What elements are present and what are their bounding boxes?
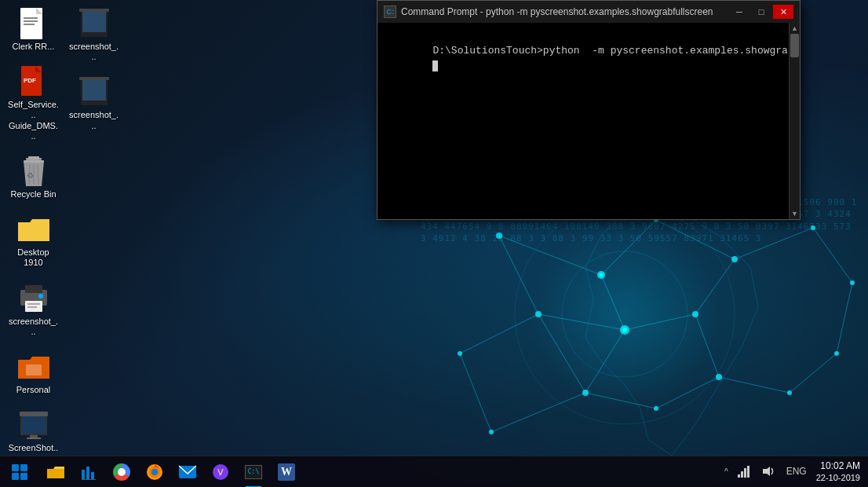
mail-icon xyxy=(179,463,196,481)
clock-date: 22-10-2019 xyxy=(816,472,860,483)
cmd-title-text: Command Prompt - python -m pyscreenshot.… xyxy=(401,6,713,17)
svg-rect-88 xyxy=(741,471,743,478)
scroll-thumb[interactable] xyxy=(790,34,799,57)
tray-expand[interactable]: ^ xyxy=(723,466,730,478)
taskbar-items: V C:\ W xyxy=(39,456,715,488)
taskbar-mail[interactable] xyxy=(171,456,204,488)
svg-rect-44 xyxy=(24,17,38,19)
svg-point-61 xyxy=(38,294,43,298)
cmd-title-left: C: Command Prompt - python -m pyscreensh… xyxy=(384,5,713,18)
cmd-scrollbar[interactable]: ▲ ▼ xyxy=(789,23,800,219)
taskbar-firefox[interactable] xyxy=(138,456,171,488)
svg-rect-89 xyxy=(744,468,746,478)
icon-screenshot3-label: screenshot_... xyxy=(8,317,59,337)
scroll-up-arrow[interactable]: ▲ xyxy=(790,23,801,34)
barchart-icon xyxy=(80,463,97,481)
word-icon: W xyxy=(278,463,295,481)
network-icon[interactable] xyxy=(736,463,753,480)
icon-screenshot-col2-1[interactable]: screenshot_... xyxy=(64,4,123,66)
svg-rect-75 xyxy=(82,80,106,101)
icon-recycle-bin-label: Recycle Bin xyxy=(10,189,56,200)
icon-screenshot-col2-2[interactable]: screenshot_... xyxy=(64,72,123,134)
svg-rect-72 xyxy=(82,12,106,32)
svg-rect-45 xyxy=(24,20,38,22)
firefox-icon xyxy=(146,463,163,481)
language-indicator[interactable]: ENG xyxy=(783,464,810,478)
svg-rect-51 xyxy=(28,156,39,159)
cmd-cursor xyxy=(432,60,438,71)
clock-time: 10:02 AM xyxy=(816,460,860,473)
icon-self-service-label: Self_Service...Guide_DMS... xyxy=(8,100,59,141)
svg-rect-68 xyxy=(20,412,48,416)
win-quad-1 xyxy=(12,464,19,471)
svg-rect-73 xyxy=(79,9,109,12)
icon-personal[interactable]: Personal xyxy=(4,347,63,399)
svg-rect-77 xyxy=(82,470,85,479)
svg-rect-59 xyxy=(25,285,42,293)
volume-icon[interactable] xyxy=(760,463,777,480)
minimize-button[interactable]: ─ xyxy=(729,5,749,19)
icon-desktop-folder[interactable]: Desktop 1910 xyxy=(4,210,63,272)
svg-rect-63 xyxy=(27,306,37,308)
taskbar-purple-app[interactable]: V xyxy=(204,456,237,488)
svg-rect-65 xyxy=(26,364,42,375)
icon-screenshot-col2-2-label: screenshot_... xyxy=(68,110,119,130)
purple-app-icon: V xyxy=(212,463,229,481)
taskbar: V C:\ W ^ xyxy=(0,456,868,487)
window-controls: ─ □ ✕ xyxy=(729,5,793,19)
taskbar-barchart[interactable] xyxy=(72,456,105,488)
icon-recycle-bin[interactable]: ♻ Recycle Bin xyxy=(4,152,63,203)
chrome-icon xyxy=(113,463,130,481)
scroll-down-arrow[interactable]: ▼ xyxy=(790,208,801,219)
close-button[interactable]: ✕ xyxy=(773,5,793,19)
system-tray: ^ ENG 10:02 AM 22 xyxy=(715,460,868,484)
svg-rect-76 xyxy=(79,77,109,80)
chrome-inner xyxy=(118,468,126,476)
desktop-icons-col2: screenshot_... screenshot_... xyxy=(64,4,123,135)
cmd-text: D:\SolutionsTouch>python -m pyscreenshot… xyxy=(384,27,793,89)
svg-marker-91 xyxy=(763,467,770,476)
start-button[interactable] xyxy=(0,456,39,488)
svg-rect-46 xyxy=(24,24,35,25)
svg-text:V: V xyxy=(217,467,224,477)
icon-self-service[interactable]: PDF Self_Service...Guide_DMS... xyxy=(4,62,63,145)
taskbar-word[interactable]: W xyxy=(270,456,303,488)
scroll-track xyxy=(790,34,800,208)
icon-clerk-rr[interactable]: Clerk RR... xyxy=(4,4,63,56)
cmd-taskbar-icon: C:\ xyxy=(245,465,262,479)
svg-rect-79 xyxy=(91,472,94,479)
desktop-icons-col1: Clerk RR... PDF Self_Service...Guide_DMS… xyxy=(4,4,63,467)
maximize-button[interactable]: □ xyxy=(751,5,771,19)
taskbar-explorer[interactable] xyxy=(39,456,72,488)
svg-text:♻: ♻ xyxy=(27,171,34,180)
svg-rect-52 xyxy=(24,160,44,163)
cmd-titlebar[interactable]: C: Command Prompt - python -m pyscreensh… xyxy=(377,1,800,23)
svg-rect-80 xyxy=(82,479,96,480)
clock[interactable]: 10:02 AM 22-10-2019 xyxy=(816,460,860,484)
win-quad-4 xyxy=(20,473,27,480)
svg-text:PDF: PDF xyxy=(24,77,36,84)
cmd-app-icon: C: xyxy=(384,5,396,18)
icon-desktop-folder-label: Desktop 1910 xyxy=(8,247,59,268)
icon-clerk-rr-label: Clerk RR... xyxy=(13,42,55,52)
explorer-icon xyxy=(47,463,64,481)
icon-screenshot3[interactable]: screenshot_... xyxy=(4,279,63,341)
svg-rect-57 xyxy=(18,222,49,241)
network-signal-icon xyxy=(738,465,752,478)
volume-speaker-icon xyxy=(761,465,775,478)
svg-line-55 xyxy=(38,164,38,185)
taskbar-cmd[interactable]: C:\ xyxy=(237,456,270,488)
svg-rect-87 xyxy=(738,474,740,478)
cmd-body[interactable]: D:\SolutionsTouch>python -m pyscreenshot… xyxy=(377,23,800,219)
desktop: 1346 148 255206 95041 57 50 21 09 880 58… xyxy=(0,0,868,487)
cmd-window: C: Command Prompt - python -m pyscreensh… xyxy=(377,0,801,220)
svg-point-83 xyxy=(151,469,158,475)
win-quad-2 xyxy=(20,464,27,471)
svg-rect-90 xyxy=(747,466,749,478)
svg-rect-67 xyxy=(22,416,46,434)
taskbar-chrome[interactable] xyxy=(105,456,138,488)
svg-rect-78 xyxy=(86,467,89,479)
windows-logo xyxy=(12,464,27,480)
win-quad-3 xyxy=(12,473,19,480)
icon-personal-label: Personal xyxy=(16,385,50,395)
